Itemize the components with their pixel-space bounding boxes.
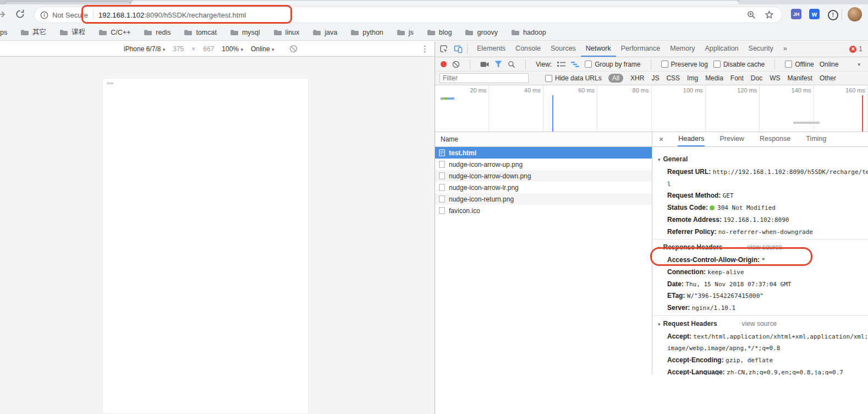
more-tabs-button[interactable]: » xyxy=(778,41,792,57)
bookmark-folder[interactable]: 其它 xyxy=(20,28,46,37)
device-selector[interactable]: iPhone 6/7/8 ▾ xyxy=(124,45,165,53)
close-icon[interactable]: × xyxy=(659,135,663,144)
bookmark-folder[interactable]: hadoop xyxy=(511,29,546,36)
tab-network[interactable]: Network xyxy=(581,41,616,57)
bookmark-item-clipped[interactable]: ps xyxy=(0,29,7,36)
network-throttling-selector[interactable]: Online xyxy=(820,61,839,68)
filter-pill-font[interactable]: Font xyxy=(730,74,744,82)
tab-response[interactable]: Response xyxy=(759,132,791,146)
emulated-page[interactable]: click xyxy=(102,78,309,414)
bookmark-folder[interactable]: groovy xyxy=(465,29,498,36)
bookmark-folder[interactable]: python xyxy=(350,29,383,36)
disable-cache-checkbox[interactable]: Disable cache xyxy=(713,61,765,68)
filter-pill-css[interactable]: CSS xyxy=(666,74,680,82)
request-row[interactable]: nudge-icon-arrow-up.png xyxy=(435,159,652,170)
tab-sources[interactable]: Sources xyxy=(546,41,581,57)
record-network-log-button[interactable] xyxy=(441,61,447,67)
device-height-field[interactable]: 667 xyxy=(203,45,214,53)
tab-headers[interactable]: Headers xyxy=(678,132,705,146)
info-icon[interactable] xyxy=(40,11,48,19)
extension-w-button[interactable]: w xyxy=(809,9,820,19)
filter-pill-manifest[interactable]: Manifest xyxy=(788,74,812,82)
throttle-disabled-icon xyxy=(289,45,298,53)
zoom-page-icon[interactable] xyxy=(747,10,756,19)
requests-list: Name test.html nudge-icon-arrow-up.png n… xyxy=(435,132,652,375)
details-tab-bar: × Headers Preview Response Timing xyxy=(652,132,868,147)
request-row[interactable]: nudge-icon-return.png xyxy=(435,193,652,205)
reload-icon[interactable] xyxy=(15,9,25,19)
bookmark-folder[interactable]: C/C++ xyxy=(98,29,130,36)
tab-memory[interactable]: Memory xyxy=(665,41,700,57)
view-source-link[interactable]: view source xyxy=(748,243,782,251)
bookmark-folder[interactable]: tomcat xyxy=(184,29,217,36)
request-rows-view-icon[interactable] xyxy=(557,61,565,68)
device-toolbar-menu-icon[interactable]: ⋮ xyxy=(421,44,429,54)
filter-pill-other[interactable]: Other xyxy=(820,74,836,82)
profile-avatar[interactable] xyxy=(848,7,862,21)
section-request-headers[interactable]: ▾Request Headersview source xyxy=(652,315,868,331)
waterfall-view-icon[interactable] xyxy=(571,61,579,68)
network-overview-timeline[interactable]: 20 ms 40 ms 60 ms 80 ms 100 ms 120 ms 14… xyxy=(435,85,868,132)
bookmark-folder[interactable]: blog xyxy=(427,29,452,36)
view-source-link[interactable]: view source xyxy=(742,320,777,328)
section-response-headers[interactable]: ▾Response Headersview source xyxy=(652,239,868,254)
search-icon[interactable] xyxy=(508,61,515,68)
offline-checkbox[interactable]: Offline xyxy=(785,61,814,68)
request-row-test-html[interactable]: test.html xyxy=(435,147,652,159)
device-toolbar-toggle-icon[interactable] xyxy=(454,45,463,53)
tab-elements[interactable]: Elements xyxy=(472,41,510,57)
chevron-down-icon: ▾ xyxy=(163,47,166,52)
throttling-selector[interactable]: Online ▾ xyxy=(251,45,274,53)
tab-strip-empty-area xyxy=(739,0,868,4)
bookmark-folder[interactable]: mysql xyxy=(230,29,260,36)
extension-1password-button[interactable]: ! xyxy=(828,10,838,20)
inspect-element-icon[interactable] xyxy=(440,45,448,53)
tab-preview[interactable]: Preview xyxy=(719,132,744,146)
folder-icon xyxy=(230,29,239,36)
hide-data-urls-checkbox[interactable]: Hide data URLs xyxy=(545,74,602,82)
filter-pill-media[interactable]: Media xyxy=(705,74,723,82)
group-by-frame-checkbox[interactable]: Group by frame xyxy=(585,61,640,68)
filter-input[interactable] xyxy=(440,73,529,83)
name-column-header[interactable]: Name xyxy=(435,132,652,147)
bookmark-folder[interactable]: redis xyxy=(144,29,171,36)
view-label: View: xyxy=(536,61,552,68)
preserve-log-checkbox[interactable]: Preserve log xyxy=(661,61,708,68)
address-bar[interactable]: Not Secure 192.168.1.102:8090/h5SDK/rech… xyxy=(34,7,782,23)
filter-pill-doc[interactable]: Doc xyxy=(751,74,762,82)
request-row[interactable]: nudge-icon-arrow-lr.png xyxy=(435,182,652,193)
tab-security[interactable]: Security xyxy=(744,41,778,57)
filter-pill-js[interactable]: JS xyxy=(651,74,659,82)
tab-performance[interactable]: Performance xyxy=(616,41,666,57)
filter-icon[interactable] xyxy=(495,61,502,68)
device-width-field[interactable]: 375 xyxy=(173,45,184,53)
tab-timing[interactable]: Timing xyxy=(805,132,827,146)
forward-icon[interactable] xyxy=(0,9,7,19)
bookmark-folder[interactable]: 课程 xyxy=(59,28,85,37)
request-row[interactable]: nudge-icon-arrow-down.png xyxy=(435,170,652,182)
filter-pill-all[interactable]: All xyxy=(608,74,623,83)
checkbox-icon xyxy=(713,61,721,68)
bookmark-folder[interactable]: linux xyxy=(273,29,300,36)
header-line-accept: Accept: text/html,application/xhtml+xml,… xyxy=(652,331,868,355)
filter-pill-img[interactable]: Img xyxy=(687,74,698,82)
bookmark-folder[interactable]: java xyxy=(312,29,337,36)
clear-network-log-icon[interactable] xyxy=(452,61,460,68)
error-counter[interactable]: ✕ 1 xyxy=(849,45,862,53)
tab-application[interactable]: Application xyxy=(700,41,743,57)
request-row[interactable]: favicon.ico xyxy=(435,205,652,216)
tab-console[interactable]: Console xyxy=(510,41,546,57)
device-emulation-toolbar: iPhone 6/7/8 ▾ 375 × 667 100% ▾ Online ▾… xyxy=(0,41,435,57)
filter-pill-xhr[interactable]: XHR xyxy=(630,74,644,82)
tab-strip xyxy=(0,0,868,4)
page-link[interactable]: click xyxy=(103,79,308,85)
filter-pill-ws[interactable]: WS xyxy=(770,74,780,82)
file-icon xyxy=(439,207,445,214)
extension-jh-button[interactable]: JH xyxy=(791,9,801,19)
toolbar-divider xyxy=(842,9,842,20)
bookmark-star-icon[interactable] xyxy=(765,10,774,19)
capture-screenshots-icon[interactable] xyxy=(480,61,489,68)
bookmark-folder[interactable]: js xyxy=(397,29,414,36)
zoom-selector[interactable]: 100% ▾ xyxy=(222,45,243,53)
section-general[interactable]: ▾General xyxy=(652,152,868,166)
